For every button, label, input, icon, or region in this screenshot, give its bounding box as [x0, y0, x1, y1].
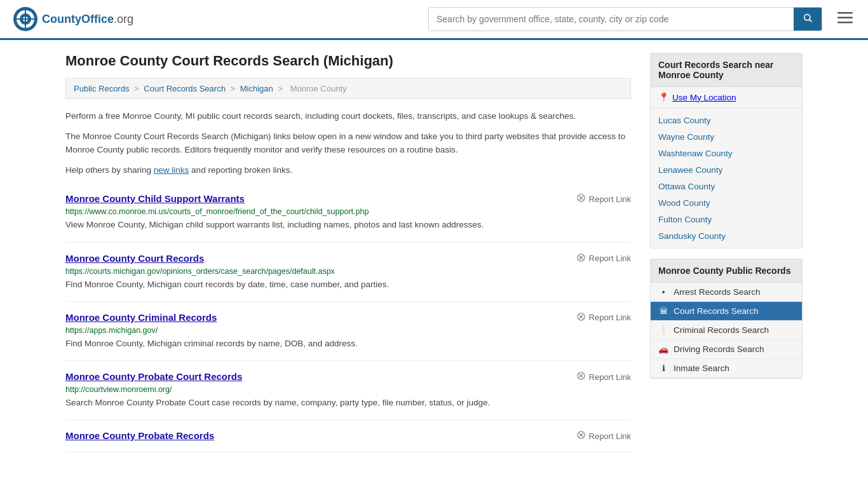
- record-item: Monroe County Probate Records Report Lin…: [65, 420, 631, 452]
- description-para3: Help others by sharing new links and rep…: [65, 163, 631, 177]
- svg-rect-8: [837, 12, 853, 14]
- record-desc-2: Find Monroe County, Michigan criminal re…: [65, 337, 631, 350]
- record-type-icon-2: ❕: [658, 325, 668, 335]
- nearby-counties-list: Lucas CountyWayne CountyWashtenaw County…: [651, 108, 802, 248]
- nearby-county-link-4[interactable]: Ottawa County: [658, 182, 715, 191]
- record-type-icon-3: 🚗: [658, 344, 668, 354]
- nearby-county-item: Sandusky County: [651, 227, 802, 244]
- public-records-header: Monroe County Public Records: [651, 259, 802, 283]
- record-type-icon-1: 🏛: [658, 306, 668, 316]
- search-button[interactable]: [794, 8, 822, 30]
- public-records-list: ▪ Arrest Records Search 🏛 Court Records …: [651, 283, 802, 378]
- record-item: Monroe County Probate Court Records Repo…: [65, 361, 631, 420]
- use-my-location-link[interactable]: Use My Location: [672, 93, 736, 102]
- nearby-county-link-7[interactable]: Sandusky County: [658, 231, 726, 241]
- search-input[interactable]: [429, 8, 794, 30]
- public-record-item-0[interactable]: ▪ Arrest Records Search: [651, 283, 802, 302]
- record-url-3: http://courtview.monroemi.org/: [65, 385, 631, 394]
- description-para3-start: Help others by sharing: [65, 165, 154, 175]
- breadcrumb: Public Records > Court Records Search > …: [65, 78, 631, 99]
- record-title-1[interactable]: Monroe County Court Records: [65, 253, 204, 264]
- use-my-location[interactable]: 📍 Use My Location: [651, 87, 802, 108]
- nearby-county-link-3[interactable]: Lenawee County: [658, 165, 722, 175]
- nearby-county-link-6[interactable]: Fulton County: [658, 215, 712, 224]
- public-record-link-2[interactable]: Criminal Records Search: [674, 325, 769, 335]
- svg-rect-9: [837, 17, 853, 19]
- record-desc-1: Find Monroe County, Michigan court recor…: [65, 278, 631, 291]
- breadcrumb-public-records[interactable]: Public Records: [74, 84, 129, 93]
- record-title-4[interactable]: Monroe County Probate Records: [65, 430, 214, 441]
- content-wrapper: Monroe County Court Records Search (Mich…: [53, 40, 815, 465]
- svg-line-7: [810, 20, 811, 22]
- record-desc-3: Search Monroe County Probate Court case …: [65, 396, 631, 409]
- breadcrumb-sep-1: >: [134, 84, 141, 93]
- nearby-county-link-5[interactable]: Wood County: [658, 198, 710, 208]
- record-desc-0: View Monroe County, Michigan child suppo…: [65, 219, 631, 231]
- record-header: Monroe County Probate Court Records Repo…: [65, 371, 631, 383]
- report-icon: [576, 193, 586, 205]
- nearby-county-item: Wood County: [651, 194, 802, 211]
- public-record-link-4[interactable]: Inmate Search: [674, 363, 729, 373]
- nearby-county-item: Lucas County: [651, 112, 802, 128]
- menu-icon[interactable]: [835, 8, 855, 30]
- nearby-county-link-2[interactable]: Washtenaw County: [658, 149, 733, 158]
- public-record-link-3[interactable]: Driving Records Search: [674, 344, 764, 354]
- public-record-link-1[interactable]: Court Records Search: [674, 306, 759, 316]
- nearby-county-link-0[interactable]: Lucas County: [658, 116, 711, 125]
- nearby-county-item: Ottawa County: [651, 178, 802, 194]
- report-link-1[interactable]: Report Link: [576, 253, 631, 264]
- report-link-3[interactable]: Report Link: [576, 371, 631, 383]
- public-record-item-2[interactable]: ❕ Criminal Records Search: [651, 321, 802, 340]
- record-item: Monroe County Child Support Warrants Rep…: [65, 183, 631, 242]
- nearby-county-item: Fulton County: [651, 211, 802, 227]
- record-item: Monroe County Court Records Report Link …: [65, 243, 631, 302]
- public-record-item-4[interactable]: ℹ Inmate Search: [651, 359, 802, 378]
- nearby-county-link-1[interactable]: Wayne County: [658, 132, 714, 142]
- sidebar: Court Records Search near Monroe County …: [650, 53, 803, 452]
- public-records-section: Monroe County Public Records ▪ Arrest Re…: [650, 259, 803, 379]
- public-record-item-3[interactable]: 🚗 Driving Records Search: [651, 340, 802, 359]
- new-links[interactable]: new links: [154, 165, 189, 175]
- breadcrumb-monroe: Monroe County: [290, 84, 347, 93]
- record-item: Monroe County Criminal Records Report Li…: [65, 302, 631, 361]
- record-url-1: https://courts.michigan.gov/opinions_ord…: [65, 267, 631, 276]
- breadcrumb-sep-3: >: [278, 84, 285, 93]
- record-header: Monroe County Probate Records Report Lin…: [65, 430, 631, 442]
- report-label: Report Link: [589, 254, 631, 263]
- report-link-4[interactable]: Report Link: [576, 430, 631, 442]
- breadcrumb-court-records[interactable]: Court Records Search: [144, 84, 226, 93]
- breadcrumb-sep-2: >: [231, 84, 238, 93]
- record-title-3[interactable]: Monroe County Probate Court Records: [65, 371, 242, 382]
- record-url-2: https://apps.michigan.gov/: [65, 326, 631, 335]
- svg-rect-10: [837, 22, 853, 24]
- site-header: CountyOffice.org: [0, 0, 868, 40]
- search-icon: [803, 13, 813, 23]
- record-type-icon-4: ℹ: [658, 363, 668, 373]
- breadcrumb-michigan[interactable]: Michigan: [240, 84, 273, 93]
- record-header: Monroe County Child Support Warrants Rep…: [65, 193, 631, 205]
- record-url-0: https://www.co.monroe.mi.us/courts_of_mo…: [65, 207, 631, 216]
- record-header: Monroe County Court Records Report Link: [65, 253, 631, 264]
- nearby-county-item: Lenawee County: [651, 161, 802, 178]
- report-label: Report Link: [589, 313, 631, 322]
- nearby-county-item: Wayne County: [651, 128, 802, 145]
- public-record-item-1[interactable]: 🏛 Court Records Search: [651, 302, 802, 321]
- description-para1: Perform a free Monroe County, MI public …: [65, 109, 631, 123]
- report-link-2[interactable]: Report Link: [576, 312, 631, 323]
- main-content: Monroe County Court Records Search (Mich…: [65, 53, 631, 452]
- record-header: Monroe County Criminal Records Report Li…: [65, 312, 631, 323]
- report-icon: [576, 430, 586, 442]
- record-title-0[interactable]: Monroe County Child Support Warrants: [65, 193, 245, 204]
- report-label: Report Link: [589, 431, 631, 441]
- public-record-link-0[interactable]: Arrest Records Search: [674, 287, 761, 297]
- record-title-2[interactable]: Monroe County Criminal Records: [65, 312, 217, 323]
- location-icon: 📍: [658, 92, 669, 102]
- hamburger-icon: [837, 12, 853, 24]
- nearby-header: Court Records Search near Monroe County: [651, 53, 802, 87]
- site-logo[interactable]: CountyOffice.org: [13, 6, 133, 32]
- report-icon: [576, 371, 586, 383]
- report-link-0[interactable]: Report Link: [576, 193, 631, 205]
- description-para2: The Monroe County Court Records Search (…: [65, 130, 631, 157]
- report-label: Report Link: [589, 372, 631, 382]
- logo-icon: [13, 6, 38, 32]
